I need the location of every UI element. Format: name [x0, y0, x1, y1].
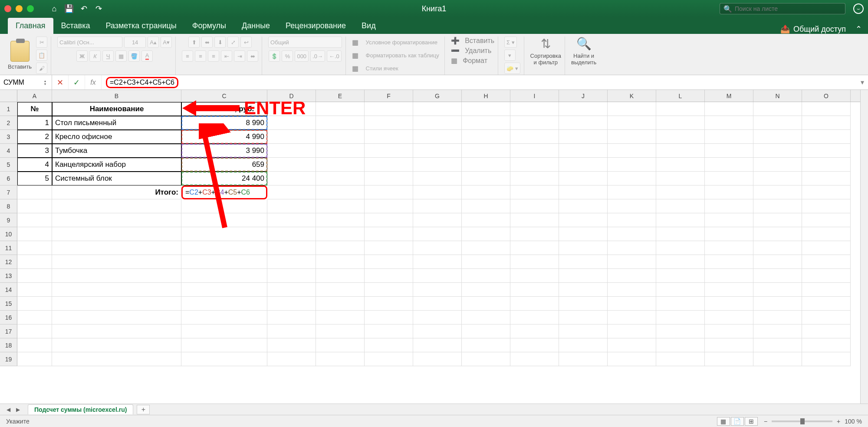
cell[interactable]	[656, 227, 705, 241]
cell[interactable]	[559, 116, 608, 130]
delete-cells-button[interactable]: Удалить	[465, 47, 491, 55]
decrease-decimal-button[interactable]: ←.0	[327, 50, 342, 62]
cell[interactable]	[52, 352, 181, 366]
cell[interactable]	[267, 158, 316, 172]
cell[interactable]	[753, 144, 802, 158]
cell[interactable]	[316, 144, 365, 158]
cell[interactable]	[413, 130, 462, 144]
cell[interactable]	[52, 324, 181, 338]
cell[interactable]	[181, 269, 267, 283]
cell[interactable]	[705, 102, 753, 116]
cell[interactable]	[559, 324, 608, 338]
cell[interactable]	[462, 227, 510, 241]
underline-button[interactable]: Ч	[102, 50, 114, 62]
cell[interactable]	[267, 255, 316, 269]
cell[interactable]	[365, 130, 413, 144]
cell[interactable]	[559, 338, 608, 352]
increase-font-button[interactable]: A▴	[148, 36, 159, 48]
cell[interactable]: Системный блок	[52, 172, 181, 185]
select-all-corner[interactable]	[0, 90, 17, 102]
cell[interactable]: 2	[17, 130, 52, 144]
sheet-nav-next[interactable]: ▶	[13, 405, 23, 414]
cell[interactable]	[316, 130, 365, 144]
sort-filter-icon[interactable]: ⇅	[541, 36, 551, 51]
cell[interactable]	[705, 172, 753, 185]
cell[interactable]	[656, 269, 705, 283]
maximize-window-button[interactable]	[27, 5, 34, 12]
cell[interactable]	[656, 311, 705, 324]
cell[interactable]	[52, 338, 181, 352]
cell[interactable]	[365, 144, 413, 158]
cell[interactable]	[267, 283, 316, 297]
cell[interactable]	[802, 102, 851, 116]
col-header-H[interactable]: H	[462, 90, 510, 102]
cell[interactable]	[705, 297, 753, 311]
cell[interactable]	[608, 102, 656, 116]
col-header-E[interactable]: E	[316, 90, 365, 102]
cell[interactable]	[17, 311, 52, 324]
cell[interactable]	[316, 185, 365, 199]
cell[interactable]	[365, 227, 413, 241]
cell[interactable]	[462, 311, 510, 324]
cell[interactable]	[181, 338, 267, 352]
sheet-tab-active[interactable]: Подсчет суммы (microexcel.ru)	[28, 404, 133, 414]
cell[interactable]	[753, 297, 802, 311]
cell[interactable]	[462, 172, 510, 185]
cell[interactable]	[52, 213, 181, 227]
name-box[interactable]: СУММ ▲▼	[0, 75, 52, 89]
cell[interactable]	[510, 324, 559, 338]
cell[interactable]	[559, 255, 608, 269]
cell[interactable]	[181, 283, 267, 297]
accept-formula-button[interactable]: ✓	[69, 75, 85, 89]
zoom-out-button[interactable]: −	[764, 418, 767, 425]
zoom-slider[interactable]	[772, 420, 832, 422]
insert-function-button[interactable]: fx	[85, 75, 102, 89]
cell[interactable]	[462, 130, 510, 144]
find-select-icon[interactable]: 🔍	[576, 36, 592, 51]
cell[interactable]	[365, 199, 413, 213]
cell[interactable]	[316, 227, 365, 241]
cell[interactable]	[17, 227, 52, 241]
cell[interactable]	[365, 102, 413, 116]
row-header[interactable]: 9	[0, 213, 17, 227]
cell[interactable]	[656, 199, 705, 213]
cell[interactable]	[462, 213, 510, 227]
cell[interactable]	[753, 116, 802, 130]
cell[interactable]	[510, 185, 559, 199]
cell[interactable]	[608, 227, 656, 241]
cell[interactable]	[705, 352, 753, 366]
cell[interactable]: Тумбочка	[52, 144, 181, 158]
cell[interactable]	[656, 102, 705, 116]
zoom-in-button[interactable]: +	[837, 418, 840, 425]
tab-review[interactable]: Рецензирование	[278, 18, 354, 34]
comma-button[interactable]: 000	[295, 50, 309, 62]
cell[interactable]	[608, 116, 656, 130]
cell[interactable]	[267, 144, 316, 158]
col-header-D[interactable]: D	[267, 90, 316, 102]
cell[interactable]	[181, 227, 267, 241]
cell[interactable]	[753, 158, 802, 172]
cell[interactable]	[802, 116, 851, 130]
cell[interactable]	[316, 352, 365, 366]
cell[interactable]	[559, 297, 608, 311]
cell[interactable]	[705, 311, 753, 324]
cell[interactable]	[510, 199, 559, 213]
clear-button[interactable]: 🧽 ▾	[504, 63, 520, 74]
cell[interactable]	[559, 144, 608, 158]
row-header[interactable]: 7	[0, 185, 17, 199]
tab-insert[interactable]: Вставка	[53, 18, 98, 34]
cell[interactable]	[52, 311, 181, 324]
cell[interactable]	[267, 324, 316, 338]
cell[interactable]	[802, 172, 851, 185]
cell[interactable]	[705, 269, 753, 283]
cell[interactable]	[608, 172, 656, 185]
cell[interactable]	[267, 311, 316, 324]
cell[interactable]: №	[17, 102, 52, 116]
cell[interactable]	[802, 227, 851, 241]
cell[interactable]	[267, 352, 316, 366]
cell[interactable]	[316, 116, 365, 130]
cell[interactable]	[316, 269, 365, 283]
cell[interactable]	[365, 352, 413, 366]
orientation-button[interactable]: ⤢	[227, 36, 239, 48]
borders-button[interactable]: ▦	[115, 50, 127, 62]
